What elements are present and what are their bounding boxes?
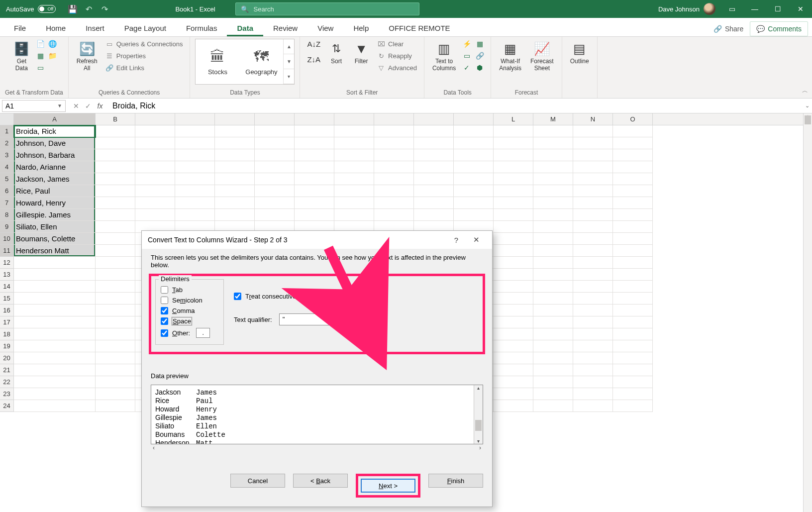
cell[interactable] [613,125,653,137]
cell[interactable] [414,137,454,149]
cell[interactable] [573,376,613,388]
get-data-button[interactable]: 🗄️ Get Data [10,39,32,74]
undo-icon[interactable]: ↶ [82,2,96,16]
ribbon-display-options-icon[interactable]: ▭ [720,0,743,18]
row-header[interactable]: 15 [0,293,14,305]
cell[interactable] [255,125,295,137]
fx-icon[interactable]: fx [95,102,105,110]
cell[interactable] [533,400,573,412]
cell[interactable] [215,137,255,149]
row-header[interactable]: 3 [0,149,14,161]
cell[interactable] [573,400,613,412]
select-all-corner[interactable] [0,113,14,125]
enter-formula-icon[interactable]: ✓ [83,102,94,110]
cell[interactable] [573,352,613,364]
preview-horizontal-scrollbar[interactable]: ‹› [151,444,483,453]
autosave-switch[interactable]: Off [38,5,56,13]
cancel-formula-icon[interactable]: ✕ [71,102,82,110]
row-header[interactable]: 21 [0,364,14,376]
tab-home[interactable]: Home [36,19,76,36]
filter-button[interactable]: ▼ Filter [350,39,372,67]
comments-button[interactable]: 💬 Comments [750,21,808,36]
chevron-down-icon[interactable]: ▾ [332,314,343,325]
cell[interactable] [494,257,533,269]
cell[interactable] [454,161,494,173]
from-web-icon[interactable]: 🌐 [47,39,57,49]
cell[interactable] [295,149,334,161]
cell[interactable] [573,340,613,352]
cell[interactable] [494,340,533,352]
cell[interactable] [14,352,96,364]
preview-vertical-scrollbar[interactable]: ▴ ▾ [474,385,483,444]
cell[interactable] [135,161,175,173]
outline-button[interactable]: ▤ Outline [567,39,592,67]
row-header[interactable]: 4 [0,161,14,173]
cell[interactable] [96,364,135,376]
cell[interactable] [255,185,295,197]
cell[interactable] [613,209,653,221]
cell[interactable] [334,185,374,197]
cell[interactable] [96,185,135,197]
cell[interactable] [533,185,573,197]
data-model-icon[interactable]: ⬢ [475,63,485,73]
cell[interactable] [533,173,573,185]
cell[interactable] [454,209,494,221]
redo-icon[interactable]: ↷ [98,2,111,16]
row-header[interactable]: 19 [0,340,14,352]
cell[interactable] [573,185,613,197]
cell[interactable] [613,137,653,149]
cell[interactable] [414,161,454,173]
sort-desc-button[interactable]: Z↓A [305,54,322,65]
cell[interactable] [494,161,533,173]
row-header[interactable]: 10 [0,233,14,245]
cell[interactable] [613,340,653,352]
cell[interactable] [494,221,533,233]
cell[interactable] [96,316,135,328]
cell[interactable] [533,328,573,340]
data-validation-icon[interactable]: ✓ [462,63,472,73]
cell[interactable]: Nardo, Arianne [14,161,96,173]
cell[interactable] [334,137,374,149]
cell[interactable] [215,209,255,221]
cell[interactable] [494,173,533,185]
cell[interactable]: Gillespie. James [14,209,96,221]
forecast-sheet-button[interactable]: 📈 Forecast Sheet [527,39,557,74]
column-header[interactable] [414,113,454,125]
comma-checkbox[interactable]: Comma [161,306,218,316]
cell[interactable] [533,316,573,328]
cell[interactable] [14,388,96,400]
cell[interactable] [494,137,533,149]
cell[interactable] [215,149,255,161]
tab-file[interactable]: File [4,19,36,36]
dialog-titlebar[interactable]: Convert Text to Columns Wizard - Step 2 … [142,231,492,249]
cell[interactable] [374,161,414,173]
cell[interactable] [494,125,533,137]
cell[interactable] [613,245,653,257]
cell[interactable] [334,173,374,185]
edit-links-button[interactable]: 🔗Edit Links [103,63,185,73]
cell[interactable] [334,197,374,209]
cell[interactable] [374,149,414,161]
cell[interactable] [454,185,494,197]
cell[interactable] [494,269,533,281]
cell[interactable] [533,281,573,293]
cell[interactable] [573,316,613,328]
worksheet-grid[interactable]: ABLMNO 1Broida, Rick2Johnson, Dave3Johns… [0,113,812,512]
tab-data[interactable]: Data [227,19,263,36]
scroll-up-icon[interactable]: ▴ [474,385,483,391]
tab-page-layout[interactable]: Page Layout [114,19,176,36]
tab-office-remote[interactable]: OFFICE REMOTE [379,19,460,36]
cell[interactable] [96,137,135,149]
cell[interactable] [573,245,613,257]
search-box[interactable]: 🔍 Search [235,2,419,15]
cell[interactable] [613,149,653,161]
cell[interactable] [295,185,334,197]
cell[interactable] [533,340,573,352]
sort-button[interactable]: ⇅ Sort [325,39,347,67]
cell[interactable] [573,328,613,340]
cell[interactable] [494,316,533,328]
cell[interactable] [533,293,573,305]
column-header[interactable]: L [494,113,533,125]
cell[interactable] [175,149,215,161]
cell[interactable] [613,305,653,316]
